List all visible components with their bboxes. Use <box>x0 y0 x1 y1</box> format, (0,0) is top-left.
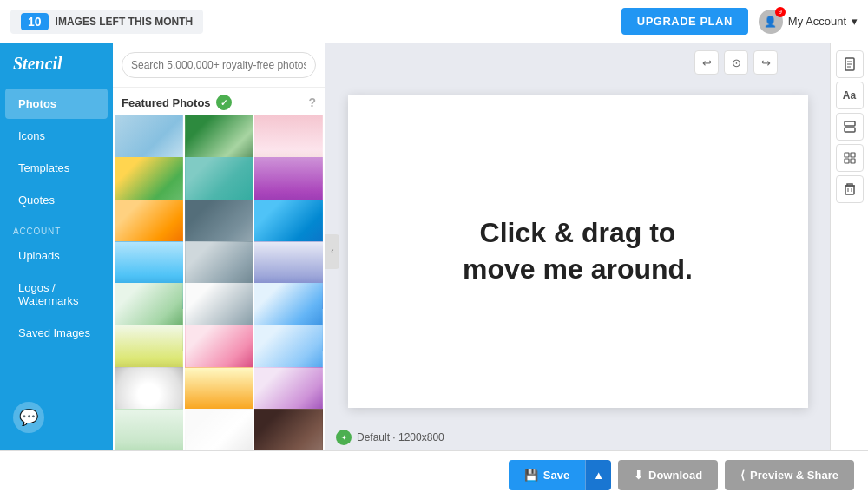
save-bar: 💾 Save ▲ ⬇ Download ⟨ Preview & Share <box>0 450 868 499</box>
main-layout: Stencil Photos Icons Templates Quotes AC… <box>0 43 868 450</box>
sidebar-item-photos[interactable]: Photos <box>5 89 108 119</box>
canvas-placeholder: Click & drag to move me around. <box>463 215 693 287</box>
text-tool[interactable]: Aa <box>836 82 864 109</box>
search-input[interactable] <box>122 52 316 78</box>
save-arrow-button[interactable]: ▲ <box>585 460 611 490</box>
canvas-area: ↩ ⊙ ↪ ‹ Click & drag to move me around. … <box>326 43 830 450</box>
chat-button[interactable]: 💬 <box>13 402 44 433</box>
images-left-count: 10 <box>21 13 49 30</box>
canvas-bottom-bar: ✦ Default · 1200x800 <box>326 424 830 450</box>
featured-label: Featured Photos <box>122 96 211 109</box>
sidebar-item-templates[interactable]: Templates <box>5 153 108 183</box>
canvas-main: ‹ Click & drag to move me around. <box>326 78 830 424</box>
images-left-label: IMAGES LEFT THIS MONTH <box>56 16 194 28</box>
grid-tool[interactable] <box>836 144 864 172</box>
preview-label: Preview & Share <box>750 469 838 482</box>
upgrade-button[interactable]: UPGRADE PLAN <box>621 8 748 35</box>
featured-green-dot: ✓ <box>216 95 232 110</box>
download-button[interactable]: ⬇ Download <box>618 460 718 490</box>
svg-rect-6 <box>845 153 849 157</box>
photo-cell[interactable] <box>254 409 323 450</box>
svg-rect-10 <box>845 186 854 194</box>
images-left-badge: 10 IMAGES LEFT THIS MONTH <box>10 10 203 34</box>
search-bar <box>113 43 325 88</box>
document-tool[interactable] <box>836 50 864 78</box>
account-area[interactable]: 9 👤 My Account ▾ <box>759 10 858 34</box>
account-chevron: ▾ <box>852 15 858 28</box>
undo-button[interactable]: ↩ <box>694 50 719 75</box>
canvas-toolbar-top: ↩ ⊙ ↪ <box>326 43 830 78</box>
account-label: My Account <box>788 15 846 28</box>
preview-button[interactable]: ⟨ Preview & Share <box>725 460 854 490</box>
sidebar-item-logos-watermarks[interactable]: Logos / Watermarks <box>5 272 108 316</box>
layout-tool[interactable] <box>836 113 864 141</box>
reset-button[interactable]: ⊙ <box>724 50 748 75</box>
notif-badge: 9 <box>775 7 786 17</box>
avatar: 9 👤 <box>759 10 783 34</box>
preview-icon: ⟨ <box>740 469 745 482</box>
account-section-label: ACCOUNT <box>0 216 113 240</box>
photo-grid <box>113 115 325 450</box>
logo: Stencil <box>0 52 113 88</box>
canvas-size-label: Default · 1200x800 <box>357 431 444 443</box>
sidebar: Stencil Photos Icons Templates Quotes AC… <box>0 43 113 450</box>
svg-rect-7 <box>851 153 855 157</box>
sidebar-item-saved-images[interactable]: Saved Images <box>5 318 108 348</box>
photo-cell[interactable] <box>185 409 253 450</box>
download-label: Download <box>648 469 702 482</box>
save-icon: 💾 <box>524 469 538 482</box>
sidebar-item-icons[interactable]: Icons <box>5 121 108 151</box>
right-toolbar: Aa <box>830 43 868 450</box>
save-label: Save <box>543 469 569 482</box>
trash-tool[interactable] <box>836 175 864 203</box>
featured-header: Featured Photos ✓ ? <box>113 88 325 115</box>
collapse-button[interactable]: ‹ <box>326 234 339 269</box>
info-icon[interactable]: ? <box>308 95 316 109</box>
svg-rect-9 <box>851 159 855 163</box>
svg-rect-4 <box>845 121 855 126</box>
svg-rect-5 <box>845 128 855 132</box>
redo-button[interactable]: ↪ <box>753 50 778 75</box>
svg-rect-8 <box>845 159 849 163</box>
size-green-dot: ✦ <box>336 430 352 445</box>
canvas-size-indicator: ✦ Default · 1200x800 <box>336 430 444 445</box>
sidebar-item-quotes[interactable]: Quotes <box>5 185 108 215</box>
save-button-group: 💾 Save ▲ <box>509 460 611 490</box>
topbar: 10 IMAGES LEFT THIS MONTH UPGRADE PLAN 9… <box>0 0 868 43</box>
sidebar-item-uploads[interactable]: Uploads <box>5 240 108 271</box>
download-icon: ⬇ <box>634 469 643 482</box>
photo-cell[interactable] <box>115 409 183 450</box>
canvas-frame[interactable]: Click & drag to move me around. <box>348 95 808 408</box>
photo-panel: Featured Photos ✓ ? <box>113 43 326 450</box>
save-button[interactable]: 💾 Save <box>509 460 585 490</box>
